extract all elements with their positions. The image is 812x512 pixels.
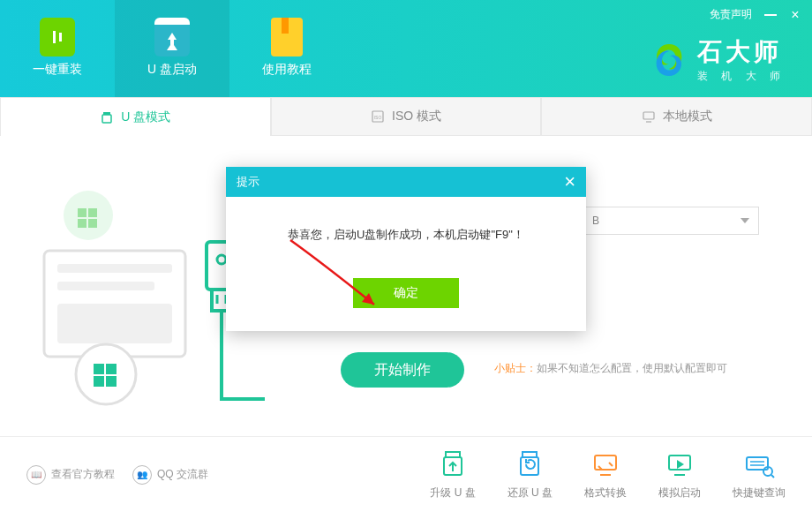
dialog-close-button[interactable]: × — [564, 170, 575, 193]
modal-overlay: 提示 × 恭喜您，启动U盘制作成功，本机启动键"F9"！ 确定 — [0, 0, 812, 512]
arrow-annotation — [286, 236, 392, 315]
dialog-title: 提示 — [237, 174, 259, 190]
dialog-titlebar: 提示 × — [226, 167, 586, 197]
success-dialog: 提示 × 恭喜您，启动U盘制作成功，本机启动键"F9"！ 确定 — [226, 167, 586, 331]
